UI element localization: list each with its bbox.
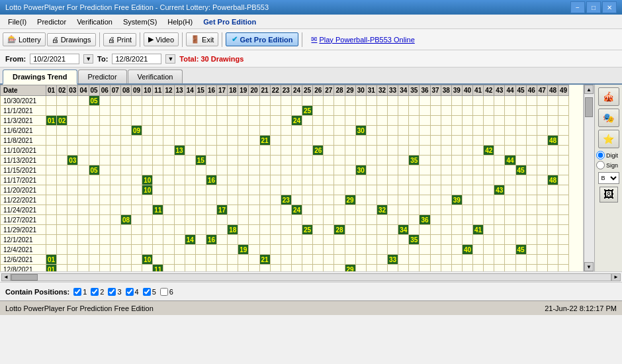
- grid-cell: [526, 235, 537, 245]
- grid-cell: [430, 175, 441, 185]
- scroll-right-button[interactable]: ►: [611, 273, 621, 281]
- grid-cell: [153, 106, 163, 116]
- grid-cell: [558, 225, 569, 235]
- grid-cell: [153, 96, 163, 106]
- sign-radio-label[interactable]: Sign: [596, 161, 621, 169]
- pos-1-checkbox[interactable]: [73, 288, 81, 296]
- grid-cell: [345, 106, 355, 116]
- grid-cell: [313, 116, 324, 126]
- to-date-dropdown[interactable]: ▼: [165, 54, 175, 64]
- pos-6-checkbox[interactable]: [160, 288, 168, 296]
- grid-wrapper[interactable]: Date010203040506070809101112131415161718…: [0, 85, 584, 271]
- grid-cell: [120, 205, 131, 215]
- from-date-dropdown[interactable]: ▼: [83, 54, 93, 64]
- grid-cell: [420, 265, 430, 272]
- grid-cell: 05: [89, 165, 99, 175]
- grid-cell: [142, 136, 153, 146]
- scroll-thumb[interactable]: [585, 97, 593, 117]
- panel-icon-2[interactable]: 🎭: [598, 109, 619, 127]
- panel-icon-star[interactable]: ⭐: [598, 130, 619, 148]
- menu-help[interactable]: Help(H): [162, 17, 198, 27]
- grid-cell: [238, 205, 249, 215]
- pos-4-label[interactable]: 4: [126, 288, 139, 296]
- grid-cell: [228, 106, 238, 116]
- tab-verification[interactable]: Verification: [128, 69, 183, 83]
- pos-5-checkbox[interactable]: [143, 288, 151, 296]
- close-button[interactable]: ✕: [602, 1, 617, 13]
- grid-cell: [281, 96, 291, 106]
- grid-cell: 39: [451, 195, 462, 205]
- grid-cell: [505, 215, 515, 225]
- grid-cell: [537, 175, 547, 185]
- panel-select[interactable]: B: [598, 172, 619, 184]
- grid-cell: [484, 106, 494, 116]
- scroll-down-button[interactable]: ▼: [584, 262, 594, 271]
- grid-cell: [291, 265, 302, 272]
- grid-cell: [110, 245, 120, 255]
- pos-3-checkbox[interactable]: [108, 288, 116, 296]
- grid-cell: [484, 215, 494, 225]
- lottery-button[interactable]: 🎰 Lottery: [3, 32, 46, 46]
- grid-cell: [206, 96, 216, 106]
- tab-drawings-trend[interactable]: Drawings Trend: [3, 69, 77, 85]
- status-right: 21-Jun-22 8:12:17 PM: [545, 304, 617, 312]
- grid-cell: [120, 265, 131, 272]
- exit-button[interactable]: 🚪 Exit: [186, 32, 218, 46]
- play-online-link[interactable]: ✉ Play Powerball-PB553 Online: [306, 33, 420, 46]
- sign-radio-input[interactable]: [596, 161, 605, 169]
- grid-cell: [355, 175, 366, 185]
- panel-icon-1[interactable]: 🎪: [598, 87, 619, 106]
- get-pro-button[interactable]: ✔ Get Pro Edition: [226, 32, 298, 46]
- scroll-up-button[interactable]: ▲: [584, 85, 594, 94]
- grid-cell: [451, 175, 462, 185]
- minimize-button[interactable]: −: [570, 1, 585, 13]
- drawings-button[interactable]: 🖨 Drawings: [47, 33, 96, 46]
- to-date-input[interactable]: [112, 54, 161, 64]
- pos-6-label[interactable]: 6: [160, 288, 173, 296]
- grid-cell: [259, 215, 270, 225]
- menu-file[interactable]: File(I): [3, 17, 32, 27]
- pos-1-label[interactable]: 1: [73, 288, 87, 296]
- print-button[interactable]: 🖨 Print: [103, 33, 137, 46]
- pos-4-checkbox[interactable]: [126, 288, 134, 296]
- grid-cell: [377, 156, 387, 165]
- pos-5-label[interactable]: 5: [143, 288, 156, 296]
- digit-radio-input[interactable]: [596, 151, 605, 159]
- panel-action-button[interactable]: 🖼: [600, 187, 618, 203]
- grid-cell: [153, 245, 163, 255]
- grid-cell: [473, 116, 484, 126]
- grid-cell: [249, 116, 259, 126]
- grid-cell: [409, 96, 420, 106]
- scroll-track[interactable]: [584, 94, 594, 262]
- menu-predictor[interactable]: Predictor: [32, 17, 71, 27]
- scroll-left-button[interactable]: ◄: [1, 273, 11, 281]
- maximize-button[interactable]: □: [586, 1, 601, 13]
- menu-verification[interactable]: Verification: [71, 17, 118, 27]
- tab-predictor[interactable]: Predictor: [78, 69, 127, 83]
- pos-3-label[interactable]: 3: [108, 288, 121, 296]
- grid-cell: [313, 205, 324, 215]
- grid-cell: [89, 245, 99, 255]
- num-col-header-18: 18: [228, 85, 238, 96]
- horizontal-scrollbar[interactable]: ◄ ►: [0, 271, 622, 282]
- grid-cell: [334, 215, 345, 225]
- digit-radio-label[interactable]: Digit: [596, 151, 621, 159]
- grid-cell: [78, 255, 89, 265]
- grid-cell: [494, 205, 505, 215]
- h-scroll-thumb[interactable]: [11, 274, 38, 281]
- grid-cell: [206, 185, 216, 195]
- menu-get-pro[interactable]: Get Pro Edition: [198, 17, 261, 27]
- from-date-input[interactable]: [30, 54, 79, 64]
- pos-2-label[interactable]: 2: [91, 288, 104, 296]
- h-scroll-track[interactable]: [11, 273, 611, 281]
- grid-cell: [355, 235, 366, 245]
- pos-2-checkbox[interactable]: [91, 288, 99, 296]
- vertical-scrollbar[interactable]: ▲ ▼: [584, 85, 594, 271]
- grid-cell: [526, 116, 537, 126]
- grid-cell: [259, 165, 270, 175]
- menu-system[interactable]: System(S): [118, 17, 162, 27]
- grid-cell: [132, 265, 142, 272]
- video-button[interactable]: ▶ Video: [144, 32, 179, 46]
- grid-cell: [120, 225, 131, 235]
- grid-cell: [195, 185, 206, 195]
